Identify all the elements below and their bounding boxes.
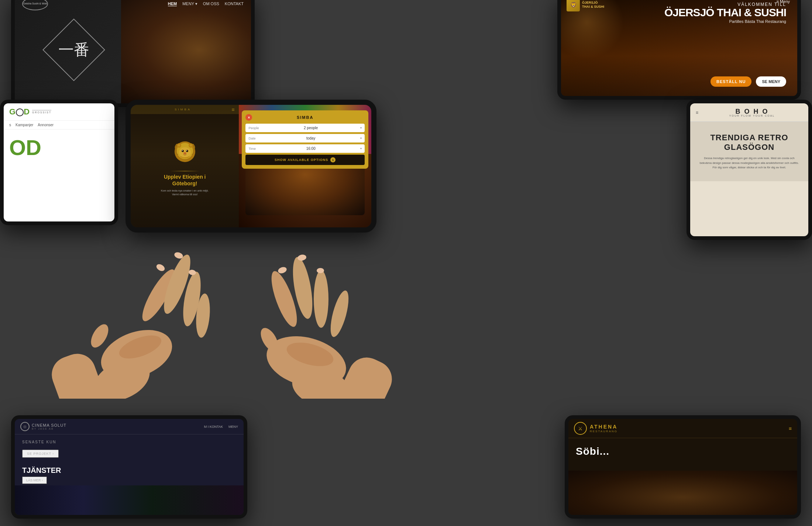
simba-people-arrow-icon: ▾	[360, 126, 362, 130]
ojerso-menu-button[interactable]: SE MENY	[756, 76, 786, 87]
simba-time-label: Time	[248, 147, 261, 151]
boho-nav: ≡ B O H O YOUR FLOW YOUR COAL	[690, 103, 808, 122]
geisha-symbol: 一番	[58, 39, 89, 60]
svg-point-29	[288, 362, 354, 399]
athena-logo-icon: ⚔	[574, 422, 587, 435]
ojerso-logo-text: ÖJERSJÖ THAI & SUSHI	[582, 1, 604, 9]
geisha-nav: HEM MENY ▾ OM OSS KONTAKT	[168, 1, 244, 6]
svg-point-3	[182, 150, 184, 152]
cinema-services-title: TJÄNSTER	[22, 466, 236, 475]
svg-point-33	[317, 268, 324, 273]
god-hero-text: OD	[9, 137, 109, 158]
ojerso-title: VÄLKOMMEN TILL ÖJERSJÖ THAI & SUSHI Part…	[664, 2, 786, 24]
boho-device: ≡ B O H O YOUR FLOW YOUR COAL TRENDIGA R…	[687, 100, 812, 240]
cinema-see-project-button[interactable]: SE PROJEKT ›	[22, 450, 59, 458]
svg-point-20	[155, 263, 166, 272]
boho-hamburger-icon[interactable]: ≡	[696, 110, 698, 115]
simba-date-value: today	[306, 136, 315, 140]
geisha-nav-meny[interactable]: MENY ▾	[182, 1, 197, 6]
simba-time-field[interactable]: Time 16:00 ▾	[245, 144, 365, 153]
athena-hamburger-icon[interactable]: ≡	[789, 426, 792, 432]
cinema-hero-label: SENASTE KUN	[22, 440, 236, 444]
athena-logo-text: ATHENA	[590, 424, 617, 430]
cinema-hero: SENASTE KUN SE PROJEKT ›	[15, 434, 244, 463]
svg-point-18	[87, 351, 156, 399]
svg-point-11	[190, 144, 192, 147]
svg-point-22	[188, 269, 196, 275]
svg-rect-19	[47, 348, 108, 399]
simba-menu-icon[interactable]: ≡	[231, 107, 235, 113]
cinema-read-more-button[interactable]: LÄS MER ›	[22, 477, 47, 484]
simba-desc: Kom och testa nya smaker i en unik miljö…	[161, 189, 209, 196]
god-nav: G◯D GROSSIST	[4, 103, 114, 121]
svg-point-24	[257, 325, 282, 354]
simba-device: SIMBA ≡	[125, 100, 376, 233]
geisha-device: Geisha Sushi & Wok HEM MENY ▾ OM OSS KON…	[11, 0, 255, 107]
simba-booking-popup: × SIMBA People 2 people ▾ Date today ▾	[242, 110, 368, 169]
simba-header: SIMBA ≡	[131, 105, 239, 114]
cinema-nav-links: M I KONTAK MENY	[204, 425, 238, 429]
simba-people-label: People	[248, 126, 261, 130]
geisha-diamond: 一番	[42, 18, 105, 81]
simba-tagline: Upplev Etiopien i Göteborg!	[164, 173, 206, 187]
athena-food-bg	[568, 471, 797, 515]
ojerso-logo: 🦁 ÖJERSJÖ THAI & SUSHI	[567, 0, 604, 11]
god-hero: OD	[4, 130, 114, 166]
simba-show-options-button[interactable]: SHOW AVAILABLE OPTIONS 1	[245, 155, 365, 165]
svg-point-10	[178, 144, 180, 147]
svg-point-26	[289, 255, 316, 320]
ojerso-screen: ≡ Meny 🦁 ÖJERSJÖ THAI & SUSHI VÄLKOMMEN …	[561, 0, 797, 96]
svg-point-6	[186, 150, 187, 151]
svg-point-32	[297, 254, 307, 261]
geisha-screen: Geisha Sushi & Wok HEM MENY ▾ OM OSS KON…	[15, 0, 251, 103]
ojerso-order-button[interactable]: BESTÄLL NU	[710, 76, 751, 87]
svg-point-7	[183, 152, 186, 154]
svg-point-4	[186, 150, 188, 152]
svg-point-13	[87, 322, 112, 351]
athena-device: ⚔ ATHENA RESTAURANG ≡ Söbi...	[565, 415, 801, 519]
ojerso-main-title: ÖJERSJÖ THAI & SUSHI	[664, 7, 786, 18]
ojerso-device: ≡ Meny 🦁 ÖJERSJÖ THAI & SUSHI VÄLKOMMEN …	[557, 0, 801, 100]
ojerso-buttons: BESTÄLL NU SE MENY	[710, 76, 786, 87]
god-device: G◯D GROSSIST s Kampanjer Annonser OD	[0, 100, 118, 225]
geisha-logo: Geisha Sushi & Wok	[22, 0, 48, 10]
athena-logo-sub: RESTAURANG	[590, 430, 617, 433]
cinema-services: TJÄNSTER LÄS MER ›	[15, 463, 244, 487]
god-nav-small: s Kampanjer Annonser	[4, 121, 114, 130]
athena-nav: ⚔ ATHENA RESTAURANG ≡	[568, 419, 797, 438]
cinema-logo-icon: ◎	[20, 422, 30, 431]
god-screen: G◯D GROSSIST s Kampanjer Annonser OD	[4, 103, 114, 221]
svg-rect-30	[333, 351, 398, 399]
athena-screen: ⚔ ATHENA RESTAURANG ≡ Söbi...	[568, 419, 797, 515]
svg-point-27	[314, 270, 328, 328]
geisha-nav-om[interactable]: OM OSS	[203, 1, 219, 6]
svg-point-16	[180, 271, 204, 328]
cinema-device: ◎ CINEMA SOLUT BY JASE AB M I KONTAK MEN…	[11, 415, 247, 519]
simba-time-value: 16:00	[306, 147, 316, 151]
geisha-nav-hem[interactable]: HEM	[168, 1, 177, 6]
simba-close-button[interactable]: ×	[245, 114, 252, 121]
cinema-logo: ◎ CINEMA SOLUT BY JASE AB	[20, 422, 66, 431]
svg-point-5	[182, 150, 183, 151]
boho-screen: ≡ B O H O YOUR FLOW YOUR COAL TRENDIGA R…	[690, 103, 808, 236]
boho-tagline: YOUR FLOW YOUR COAL	[701, 114, 803, 117]
athena-hero-title: Söbi...	[576, 446, 790, 457]
cinema-nav: ◎ CINEMA SOLUT BY JASE AB M I KONTAK MEN…	[15, 419, 244, 434]
simba-screen: SIMBA ≡	[131, 105, 371, 227]
simba-popup-header: × SIMBA	[245, 114, 365, 121]
boho-hero-desc: Dessa trendiga retroglasögon ger dig en …	[698, 156, 801, 170]
simba-time-arrow-icon: ▾	[360, 147, 362, 150]
svg-point-35	[284, 338, 336, 371]
svg-point-15	[159, 252, 195, 317]
simba-date-arrow-icon: ▾	[360, 137, 362, 140]
god-logo: G◯D	[9, 107, 30, 117]
simba-people-field[interactable]: People 2 people ▾	[245, 124, 365, 132]
simba-date-field[interactable]: Date today ▾	[245, 134, 365, 142]
simba-people-value: 2 people	[304, 126, 318, 130]
simba-date-label: Date	[248, 137, 261, 140]
ojerso-logo-icon: 🦁	[567, 0, 580, 11]
boho-hero-title: TRENDIGA RETRO GLASÖGON	[698, 133, 801, 152]
svg-point-12	[94, 321, 179, 388]
geisha-nav-kontakt[interactable]: KONTAKT	[225, 1, 244, 6]
svg-point-17	[195, 293, 211, 338]
